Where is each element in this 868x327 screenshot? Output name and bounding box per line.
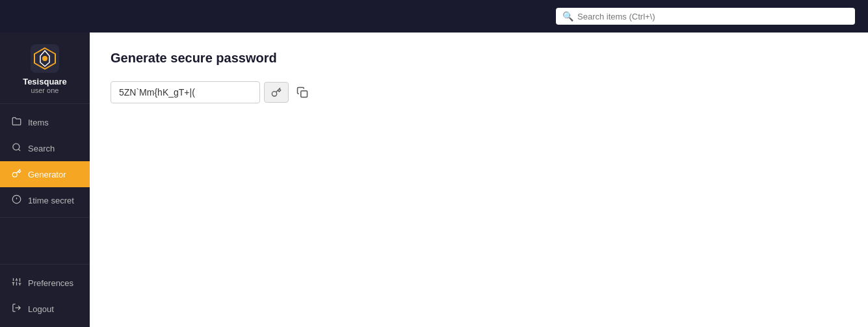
sliders-icon [12, 277, 21, 289]
logout-icon [12, 303, 21, 315]
search-input[interactable] [577, 12, 848, 21]
sidebar-item-search[interactable]: Search [0, 135, 90, 161]
sidebar-item-logout[interactable]: Logout [0, 296, 90, 322]
brand-logo [31, 44, 59, 73]
search-icon: 🔍 [562, 11, 573, 21]
sidebar-item-logout-label: Logout [28, 304, 54, 314]
sidebar-item-search-label: Search [28, 144, 55, 153]
password-row [111, 81, 847, 103]
folder-icon [12, 116, 21, 128]
svg-point-2 [42, 56, 47, 61]
key-icon [12, 168, 21, 180]
sidebar-item-items-label: Items [28, 118, 49, 127]
brand-user: user one [31, 86, 59, 94]
search-bar[interactable]: 🔍 [556, 8, 855, 25]
nav-divider [0, 217, 90, 218]
sidebar-bottom: Preferences Logout [0, 264, 90, 327]
svg-point-19 [272, 92, 276, 96]
info-icon [12, 194, 21, 206]
svg-rect-20 [301, 91, 308, 98]
sidebar-item-generator-label: Generator [28, 170, 66, 179]
svg-point-3 [13, 144, 20, 150]
sidebar-item-items[interactable]: Items [0, 109, 90, 135]
svg-line-4 [18, 149, 20, 151]
regenerate-button[interactable] [264, 82, 289, 103]
copy-icon [296, 86, 308, 98]
sidebar-item-generator[interactable]: Generator [0, 161, 90, 187]
sidebar-item-preferences[interactable]: Preferences [0, 270, 90, 296]
regenerate-icon [271, 87, 282, 98]
content-area: Generate secure password [90, 33, 868, 327]
sidebar: Tesisquare user one Items Search Ge [0, 33, 90, 327]
topbar: 🔍 [0, 0, 868, 33]
password-input[interactable] [111, 81, 260, 103]
svg-point-5 [12, 172, 17, 177]
sidebar-item-1time-label: 1time secret [28, 196, 74, 205]
main-layout: Tesisquare user one Items Search Ge [0, 33, 868, 327]
sidebar-item-1time-secret[interactable]: 1time secret [0, 187, 90, 213]
brand-name: Tesisquare [23, 77, 67, 86]
copy-button[interactable] [293, 84, 312, 101]
sidebar-item-preferences-label: Preferences [28, 278, 73, 288]
sidebar-brand: Tesisquare user one [0, 33, 90, 104]
sidebar-nav: Items Search Generator 1time secret [0, 104, 90, 264]
page-title: Generate secure password [111, 51, 847, 66]
search-nav-icon [12, 142, 21, 154]
